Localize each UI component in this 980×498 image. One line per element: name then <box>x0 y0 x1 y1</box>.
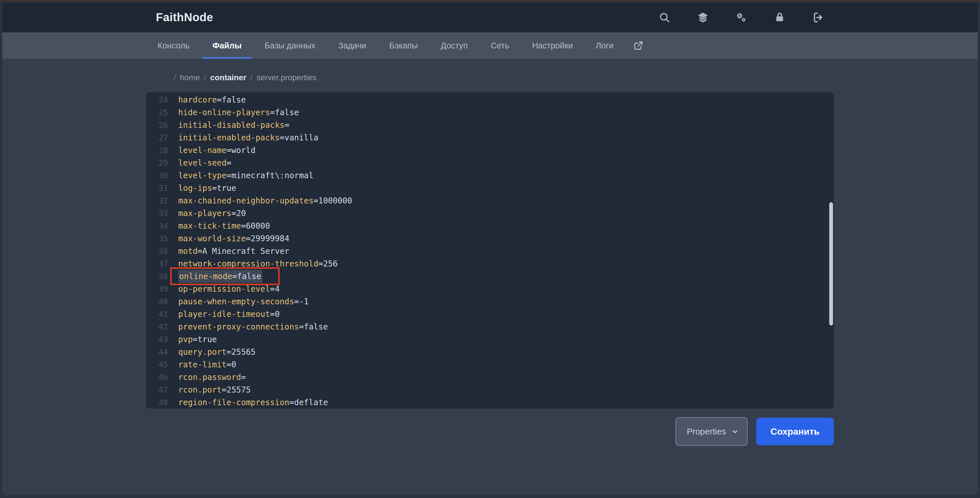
code-line-47[interactable]: 47rcon.port=25575 <box>146 383 834 396</box>
code-line-24[interactable]: 24hardcore=false <box>146 94 834 106</box>
code-line-29[interactable]: 29level-seed= <box>146 156 834 169</box>
search-icon[interactable] <box>659 11 671 24</box>
code-line-44[interactable]: 44query.port=25565 <box>146 345 834 358</box>
property-key: online-mode <box>179 272 232 281</box>
code-line-45[interactable]: 45rate-limit=0 <box>146 358 834 371</box>
line-number: 42 <box>146 322 168 331</box>
code-line-31[interactable]: 31log-ips=true <box>146 182 834 194</box>
tab-logs[interactable]: Логи <box>584 32 625 59</box>
property-value: = <box>241 372 246 382</box>
tab-label: Файлы <box>212 41 242 51</box>
property-key: max-world-size <box>178 234 246 243</box>
code-line-25[interactable]: 25hide-online-players=false <box>146 106 834 119</box>
code-text: region-file-compression=deflate <box>178 398 328 407</box>
property-key: log-ips <box>178 183 212 193</box>
code-text: pause-when-empty-seconds=-1 <box>178 297 309 306</box>
active-tab-indicator <box>202 57 251 59</box>
scrollbar-thumb[interactable] <box>829 202 833 326</box>
line-number: 35 <box>146 234 168 243</box>
property-value: = <box>227 158 232 168</box>
line-number: 46 <box>146 373 168 382</box>
tab-console[interactable]: Консоль <box>146 32 201 59</box>
line-number: 27 <box>146 133 168 142</box>
code-line-34[interactable]: 34max-tick-time=60000 <box>146 220 834 232</box>
property-key: rcon.port <box>178 385 222 395</box>
property-key: motd <box>178 247 197 256</box>
line-number: 32 <box>146 196 168 205</box>
code-text: rate-limit=0 <box>178 360 236 369</box>
breadcrumb-segment-home[interactable]: home <box>180 73 200 82</box>
code-line-36[interactable]: 36motd=A Minecraft Server <box>146 245 834 257</box>
property-value: =false <box>299 322 328 331</box>
breadcrumb-separator: / <box>173 73 176 82</box>
code-line-38[interactable]: 38online-mode=false <box>146 270 834 283</box>
code-line-46[interactable]: 46rcon.password= <box>146 371 834 383</box>
tab-backups[interactable]: Бэкапы <box>378 32 429 59</box>
tab-tasks[interactable]: Задачи <box>327 32 378 59</box>
property-value: =0 <box>270 309 280 319</box>
code-text: op-permission-level=4 <box>178 284 280 294</box>
breadcrumb-segment-container[interactable]: container <box>210 73 247 82</box>
property-value: =vanilla <box>280 133 318 142</box>
line-number: 38 <box>146 272 168 281</box>
line-number: 34 <box>146 221 168 231</box>
chevron-down-icon <box>730 427 740 436</box>
code-text: initial-enabled-packs=vanilla <box>178 133 318 142</box>
line-number: 41 <box>146 310 168 319</box>
property-value: =60000 <box>241 221 270 231</box>
code-line-43[interactable]: 43pvp=true <box>146 333 834 345</box>
property-value: =deflate <box>290 398 328 407</box>
code-line-26[interactable]: 26initial-disabled-packs= <box>146 119 834 131</box>
lock-icon[interactable] <box>774 11 786 24</box>
syntax-select[interactable]: Properties <box>675 417 748 446</box>
tab-access[interactable]: Доступ <box>429 32 479 59</box>
property-key: hide-online-players <box>178 108 270 117</box>
code-line-28[interactable]: 28level-name=world <box>146 144 834 156</box>
code-line-39[interactable]: 39op-permission-level=4 <box>146 283 834 295</box>
code-line-30[interactable]: 30level-type=minecraft\:normal <box>146 169 834 182</box>
selection-highlight: online-mode=false <box>178 270 262 283</box>
property-value: =25575 <box>222 385 251 395</box>
code-line-32[interactable]: 32max-chained-neighbor-updates=1000000 <box>146 194 834 207</box>
breadcrumb-separator: / <box>250 73 253 82</box>
code-text: network-compression-threshold=256 <box>178 259 337 269</box>
code-line-48[interactable]: 48region-file-compression=deflate <box>146 396 834 409</box>
save-button[interactable]: Сохранить <box>756 418 834 445</box>
tab-files[interactable]: Файлы <box>201 32 253 59</box>
code-line-35[interactable]: 35max-world-size=29999984 <box>146 232 834 245</box>
code-text: max-tick-time=60000 <box>178 221 270 231</box>
line-number: 43 <box>146 335 168 344</box>
tab-databases[interactable]: Базы данных <box>253 32 327 59</box>
code-line-41[interactable]: 41player-idle-timeout=0 <box>146 308 834 320</box>
code-text: hide-online-players=false <box>178 108 299 117</box>
code-line-37[interactable]: 37network-compression-threshold=256 <box>146 257 834 270</box>
code-text: player-idle-timeout=0 <box>178 309 280 319</box>
code-text: max-chained-neighbor-updates=1000000 <box>178 196 352 205</box>
property-key: rate-limit <box>178 360 227 369</box>
code-line-33[interactable]: 33max-players=20 <box>146 207 834 220</box>
external-link-icon[interactable] <box>631 32 646 59</box>
property-key: network-compression-threshold <box>178 259 318 269</box>
app-window: FaithNode КонсольФайлыБазы данныхЗадачиБ… <box>0 0 980 495</box>
code-line-27[interactable]: 27initial-enabled-packs=vanilla <box>146 131 834 144</box>
logout-icon[interactable] <box>812 11 824 24</box>
window-body: FaithNode КонсольФайлыБазы данныхЗадачиБ… <box>2 2 978 495</box>
tab-network[interactable]: Сеть <box>479 32 521 59</box>
property-key: max-chained-neighbor-updates <box>178 196 313 205</box>
layers-icon[interactable] <box>697 11 709 24</box>
code-line-40[interactable]: 40pause-when-empty-seconds=-1 <box>146 295 834 308</box>
property-key: max-tick-time <box>178 221 241 231</box>
tab-settings[interactable]: Настройки <box>521 32 584 59</box>
code-line-42[interactable]: 42prevent-proxy-connections=false <box>146 320 834 333</box>
property-key: pause-when-empty-seconds <box>178 297 294 306</box>
property-key: region-file-compression <box>178 398 290 407</box>
nav-icons <box>659 11 824 24</box>
property-value: =false <box>270 108 299 117</box>
property-value: =false <box>232 272 261 281</box>
code-text: prevent-proxy-connections=false <box>178 322 328 331</box>
property-key: level-name <box>178 146 227 155</box>
gears-icon[interactable] <box>735 11 747 24</box>
file-editor[interactable]: 24hardcore=false25hide-online-players=fa… <box>146 92 834 409</box>
property-value: =false <box>217 95 246 105</box>
line-number: 36 <box>146 247 168 256</box>
